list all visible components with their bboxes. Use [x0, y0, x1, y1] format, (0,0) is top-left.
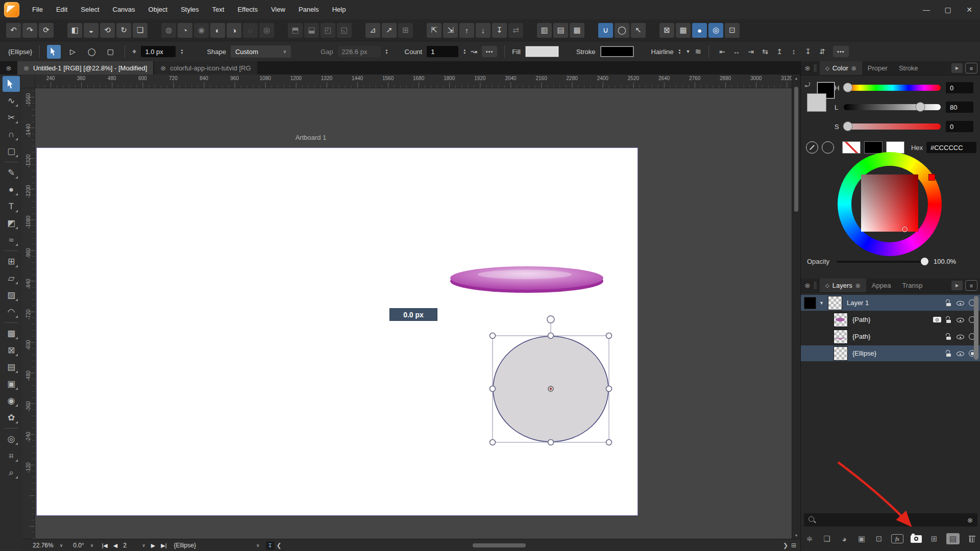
- panel-tab-color[interactable]: ◇Color⊗: [820, 61, 862, 75]
- duplicate-layer-icon[interactable]: ❏: [822, 533, 832, 544]
- boolean-combine-icon[interactable]: ◑: [227, 23, 241, 38]
- zoom-tool[interactable]: ⌕: [3, 465, 20, 481]
- align-middle-icon[interactable]: ↕: [788, 45, 800, 58]
- slider-handle[interactable]: [843, 121, 852, 131]
- menu-item-object[interactable]: Object: [142, 0, 175, 19]
- delete-layer-icon[interactable]: [967, 533, 977, 544]
- perspective-tool[interactable]: ⊠: [3, 342, 20, 358]
- swap-colors-icon[interactable]: ⤾: [805, 81, 810, 88]
- maximize-button[interactable]: ▢: [937, 0, 959, 19]
- fill-color-chip[interactable]: [807, 93, 826, 112]
- move-to-back-icon[interactable]: ↓: [476, 23, 491, 38]
- compound-intersect-icon[interactable]: ◰: [321, 23, 335, 38]
- tolerance-stepper[interactable]: ▲ ▼: [180, 48, 183, 55]
- zoom-dropdown[interactable]: 22.76% ∨: [33, 542, 63, 549]
- menu-item-styles[interactable]: Styles: [174, 0, 205, 19]
- spin-down-icon[interactable]: ▼: [385, 52, 388, 55]
- gap-stepper[interactable]: ▲ ▼: [385, 48, 388, 55]
- black-swatch[interactable]: [864, 141, 883, 154]
- rotate-cw-icon[interactable]: ↻: [116, 23, 131, 38]
- boolean-xor-icon[interactable]: ◎: [259, 23, 274, 38]
- layer-row[interactable]: ▼Layer 1: [801, 295, 980, 311]
- slider-track[interactable]: [844, 104, 941, 110]
- text-tool[interactable]: T: [3, 198, 20, 214]
- crop-tool[interactable]: ⌗: [3, 448, 20, 464]
- menu-item-select[interactable]: Select: [74, 0, 106, 19]
- gap-field[interactable]: 226.6 px: [338, 46, 381, 57]
- layer-row[interactable]: {Path}: [801, 329, 980, 344]
- stroke-swatch[interactable]: [600, 46, 634, 57]
- eye-icon[interactable]: [957, 333, 964, 340]
- curve-profile-icon[interactable]: ↝: [471, 47, 477, 56]
- chevron-down-icon[interactable]: ∨: [142, 543, 145, 548]
- edit-selection-icon[interactable]: ⊿: [365, 23, 380, 38]
- layer-options-icon[interactable]: ≑: [804, 533, 815, 544]
- snapshot-camera-icon[interactable]: [911, 533, 922, 544]
- shapes-tool[interactable]: ◉: [3, 393, 20, 409]
- undo-icon[interactable]: ↶: [6, 23, 21, 38]
- menu-item-canvas[interactable]: Canvas: [106, 0, 142, 19]
- close-icon[interactable]: ⊗: [851, 65, 856, 72]
- layer-search-field[interactable]: ⊗: [804, 513, 977, 527]
- spin-down-icon[interactable]: ▼: [463, 52, 466, 55]
- lock-open-icon[interactable]: [946, 333, 952, 340]
- close-button[interactable]: ✕: [959, 0, 980, 19]
- crop-to-layer-icon[interactable]: ⊡: [874, 533, 884, 544]
- rotate-ccw-icon[interactable]: ⟲: [100, 23, 115, 38]
- merge-layers-icon[interactable]: ▤: [946, 533, 960, 544]
- menu-item-help[interactable]: Help: [326, 0, 353, 19]
- move-tool[interactable]: [3, 76, 20, 92]
- picked-color-well[interactable]: [822, 141, 834, 154]
- page-number[interactable]: 2: [123, 542, 136, 549]
- align-left-icon[interactable]: ⇤: [716, 45, 728, 58]
- redo-icon[interactable]: ↷: [22, 23, 37, 38]
- flip-horizontal-icon[interactable]: ◧: [67, 23, 82, 38]
- panel-menu-icon[interactable]: ≡: [965, 280, 977, 291]
- ellipse-tool[interactable]: ●: [3, 182, 20, 197]
- dock-panel-icon[interactable]: ▤: [553, 23, 568, 38]
- eye-icon[interactable]: [957, 316, 964, 323]
- close-all-tabs-icon[interactable]: ⊗: [0, 61, 17, 74]
- fill-swatch[interactable]: [525, 46, 559, 57]
- dock-grid-icon[interactable]: ▦: [570, 23, 584, 38]
- layers-scroll-thumb[interactable]: [974, 296, 978, 360]
- stroke-width-stepper[interactable]: ▲ ▼: [678, 48, 681, 55]
- vertical-scroll-thumb[interactable]: [794, 87, 798, 212]
- stamp-tool[interactable]: ✿: [3, 410, 20, 425]
- menu-item-view[interactable]: View: [264, 0, 292, 19]
- count-stepper[interactable]: ▲ ▼: [463, 48, 466, 55]
- panel-tab-proper[interactable]: Proper: [862, 61, 893, 75]
- align-center-h-icon[interactable]: ↔: [730, 45, 743, 58]
- rotation-dropdown[interactable]: 0.0° ∨: [73, 542, 93, 549]
- panel-menu-icon[interactable]: ≡: [965, 63, 977, 73]
- first-page-icon[interactable]: |◀: [102, 542, 107, 549]
- menu-item-effects[interactable]: Effects: [231, 0, 264, 19]
- blend-ranges-icon[interactable]: ◕: [839, 533, 849, 544]
- transform-duplicate-icon[interactable]: ❏: [133, 23, 148, 38]
- panel-scroll-arrow-icon[interactable]: ▶: [951, 63, 963, 73]
- panel-tab-appea[interactable]: Appea: [866, 279, 897, 292]
- saturation-lightness-square[interactable]: [861, 174, 918, 232]
- lock-open-icon[interactable]: [946, 316, 952, 323]
- color-picker-tool[interactable]: ◎: [3, 431, 20, 447]
- next-page-icon[interactable]: ▶: [151, 542, 155, 549]
- brush-tool[interactable]: ✎: [3, 165, 20, 181]
- move-by-whole-pixels-icon[interactable]: ◎: [708, 23, 723, 38]
- dock-columns-icon[interactable]: ▥: [537, 23, 552, 38]
- menu-item-panels[interactable]: Panels: [292, 0, 326, 19]
- scroll-right-icon[interactable]: ❯: [783, 542, 788, 549]
- warp-tool[interactable]: ≈: [3, 232, 20, 248]
- distribute-h-icon[interactable]: ⇆: [759, 45, 771, 58]
- slider-track[interactable]: [844, 85, 941, 91]
- shape-builder-tool[interactable]: ◩: [3, 215, 20, 231]
- magnet-tool[interactable]: ∩: [3, 127, 20, 142]
- edit-external-icon[interactable]: ↗: [382, 23, 397, 38]
- count-field[interactable]: 1: [427, 46, 458, 57]
- panel-tab-layers[interactable]: ◇Layers⊗: [820, 279, 866, 292]
- compound-xor-icon[interactable]: ◱: [337, 23, 352, 38]
- menu-item-edit[interactable]: Edit: [50, 0, 74, 19]
- scroll-down-icon[interactable]: ▼: [792, 532, 800, 539]
- shape-dropdown[interactable]: Custom ∨: [231, 45, 291, 58]
- document-tab[interactable]: ⊗Untitled-1 [RGB] [@22.8%] - [Modified]: [17, 61, 153, 74]
- layer-color-swatch[interactable]: [804, 297, 816, 309]
